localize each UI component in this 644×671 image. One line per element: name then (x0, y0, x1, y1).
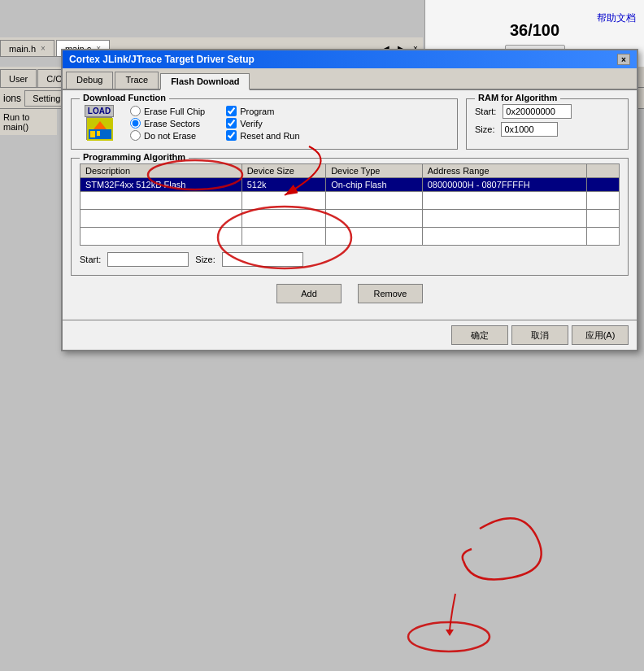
dialog-tab-strip: Debug Trace Flash Download (63, 68, 637, 90)
verify-label: Verify (240, 119, 263, 129)
dialog-tab-trace[interactable]: Trace (115, 72, 159, 89)
empty-cell (80, 228, 242, 246)
load-image (86, 117, 112, 140)
main-dialog: Cortex JLink/JTrace Target Driver Setup … (61, 49, 638, 351)
programming-algorithm-label: Programming Algorithm (80, 152, 189, 162)
dialog-footer: 确定 取消 应用(A) (63, 320, 637, 350)
counter-display: 36/100 (510, 21, 559, 40)
cell-device-type: On-chip Flash (326, 178, 423, 192)
algo-start-label: Start: (80, 255, 101, 264)
options-text: ions (3, 93, 21, 104)
help-link[interactable]: 帮助文档 (597, 11, 636, 25)
do-not-erase-radio[interactable] (130, 130, 141, 141)
empty-cell (326, 210, 423, 228)
table-row-empty-2 (80, 210, 620, 228)
table-row[interactable]: STM32F4xx 512kB Flash 512k On-chip Flash… (80, 178, 620, 192)
dialog-title-bar: Cortex JLink/JTrace Target Driver Setup … (63, 50, 637, 68)
left-sidebar-run: Run to main() (0, 109, 57, 135)
svg-rect-3 (90, 131, 95, 137)
program-label: Program (240, 107, 274, 116)
download-function-content: LOAD (80, 104, 449, 141)
add-remove-buttons: Add Remove (71, 284, 629, 303)
ram-section: Start: (475, 104, 620, 119)
erase-sectors-option[interactable]: Erase Sectors (130, 118, 205, 129)
erase-full-chip-option[interactable]: Erase Full Chip (130, 106, 205, 116)
empty-cell (587, 228, 620, 246)
cell-address-range: 08000000H - 0807FFFFH (422, 178, 586, 192)
tab-main-h[interactable]: main.h × (0, 40, 54, 56)
cancel-button[interactable]: 取消 (511, 325, 568, 345)
run-to-main[interactable]: Run to main() (3, 112, 54, 132)
download-function-label: Download Function (80, 93, 169, 102)
empty-cell (587, 210, 620, 228)
erase-sectors-label: Erase Sectors (144, 119, 200, 129)
table-row-empty-3 (80, 228, 620, 246)
algo-start-size-row: Start: Size: (80, 252, 620, 267)
empty-cell (326, 228, 423, 246)
load-icon: LOAD (80, 104, 119, 140)
empty-cell (242, 192, 325, 210)
cell-description: STM32F4xx 512kB Flash (80, 178, 242, 192)
close-main-h-icon[interactable]: × (41, 44, 46, 53)
col-address-range: Address Range (422, 164, 586, 178)
algo-size-input[interactable] (222, 252, 303, 267)
load-text: LOAD (85, 105, 114, 117)
col-extra (587, 164, 620, 178)
empty-cell (242, 228, 325, 246)
col-description: Description (80, 164, 242, 178)
verify-checkbox-item[interactable]: Verify (226, 118, 299, 129)
dialog-tab-flash-download[interactable]: Flash Download (160, 73, 250, 90)
erase-full-chip-label: Erase Full Chip (144, 107, 205, 116)
erase-full-chip-radio[interactable] (130, 106, 141, 116)
algo-size-label: Size: (195, 255, 215, 264)
do-not-erase-option[interactable]: Do not Erase (130, 130, 205, 141)
empty-cell (242, 210, 325, 228)
reset-run-label: Reset and Run (240, 131, 299, 141)
start-label: Start: (475, 107, 496, 116)
empty-cell (422, 210, 586, 228)
size-label: Size: (475, 124, 494, 134)
do-not-erase-label: Do not Erase (144, 131, 196, 141)
algo-start-input[interactable] (107, 252, 189, 267)
start-input[interactable] (503, 104, 572, 119)
dialog-close-button[interactable]: × (617, 54, 630, 65)
add-button[interactable]: Add (276, 284, 342, 303)
size-section: Size: (475, 122, 620, 137)
size-input[interactable] (501, 122, 558, 137)
empty-cell (587, 192, 620, 210)
program-checkbox[interactable] (226, 106, 237, 116)
svg-rect-4 (97, 131, 100, 136)
dialog-tab-debug[interactable]: Debug (66, 72, 113, 89)
empty-cell (422, 228, 586, 246)
col-device-type: Device Type (326, 164, 423, 178)
algorithm-table: Description Device Size Device Type Addr… (80, 163, 620, 246)
apply-button[interactable]: 应用(A) (572, 325, 629, 345)
programming-algorithm-group: Programming Algorithm Description Device… (71, 158, 629, 276)
erase-sectors-radio[interactable] (130, 118, 141, 129)
empty-cell (422, 192, 586, 210)
ok-button[interactable]: 确定 (451, 325, 508, 345)
empty-cell (80, 210, 242, 228)
empty-cell (80, 192, 242, 210)
ram-algorithm-group: RAM for Algorithm Start: Size: (466, 98, 629, 150)
ram-algorithm-label: RAM for Algorithm (475, 93, 560, 102)
reset-run-checkbox[interactable] (226, 130, 237, 141)
cell-device-size: 512k (242, 178, 325, 192)
tab-user[interactable]: User (0, 69, 37, 87)
verify-checkbox[interactable] (226, 118, 237, 129)
functions-row: Download Function LOAD (71, 98, 629, 158)
program-checkbox-item[interactable]: Program (226, 106, 299, 116)
empty-cell (326, 192, 423, 210)
erase-options: Erase Full Chip Erase Sectors Do not Era… (130, 106, 205, 141)
download-function-group: Download Function LOAD (71, 98, 458, 150)
cell-extra (587, 178, 620, 192)
dialog-content: Download Function LOAD (63, 90, 637, 320)
table-row-empty-1 (80, 192, 620, 210)
reset-run-checkbox-item[interactable]: Reset and Run (226, 130, 299, 141)
remove-button[interactable]: Remove (358, 284, 423, 303)
col-device-size: Device Size (242, 164, 325, 178)
dialog-title: Cortex JLink/JTrace Target Driver Setup (69, 54, 255, 65)
download-checkboxes: Program Verify Reset and Run (226, 106, 299, 141)
